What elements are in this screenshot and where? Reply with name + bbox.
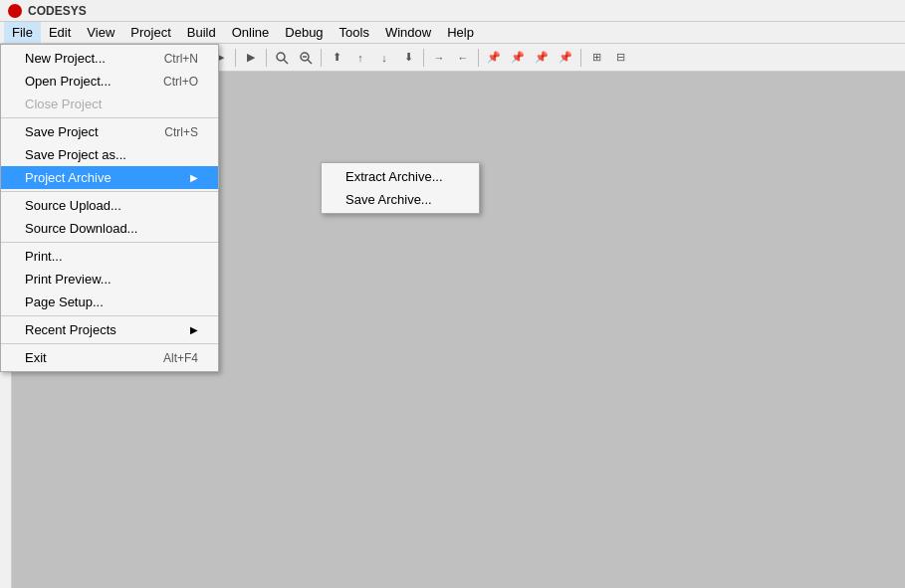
menu-tools[interactable]: Tools — [332, 22, 377, 43]
toolbar-btn15[interactable]: 📌 — [483, 47, 505, 69]
menu-item-extract-archive[interactable]: Extract Archive... — [322, 165, 479, 188]
menu-item-new-project[interactable]: New Project... Ctrl+N — [1, 47, 218, 70]
toolbar-btn7[interactable] — [271, 47, 293, 69]
toolbar-btn19[interactable]: ⊞ — [585, 47, 607, 69]
menu-build[interactable]: Build — [179, 22, 224, 43]
menu-item-source-download[interactable]: Source Download... — [1, 217, 218, 240]
toolbar-btn13[interactable]: → — [428, 47, 450, 69]
menu-item-print[interactable]: Print... — [1, 245, 218, 268]
separator-4 — [1, 315, 218, 316]
separator-2 — [1, 191, 218, 192]
menu-help[interactable]: Help — [439, 22, 482, 43]
menu-item-close-project[interactable]: Close Project — [1, 93, 218, 115]
menu-item-project-archive[interactable]: Project Archive ▶ — [1, 166, 218, 189]
app-title: CODESYS — [28, 4, 87, 18]
toolbar-btn12[interactable]: ⬇ — [397, 47, 419, 69]
menu-online[interactable]: Online — [224, 22, 278, 43]
toolbar-sep5 — [321, 49, 322, 67]
menu-project[interactable]: Project — [122, 22, 178, 43]
menu-item-page-setup[interactable]: Page Setup... — [1, 291, 218, 313]
separator-1 — [1, 117, 218, 118]
toolbar-btn11[interactable]: ↓ — [373, 47, 395, 69]
menu-bar: File Edit View Project Build Online Debu… — [0, 22, 905, 44]
toolbar-sep4 — [266, 49, 267, 67]
separator-5 — [1, 343, 218, 344]
menu-file[interactable]: File — [4, 22, 41, 43]
menu-window[interactable]: Window — [377, 22, 439, 43]
toolbar-btn9[interactable]: ⬆ — [326, 47, 347, 69]
file-menu-dropdown: New Project... Ctrl+N Open Project... Ct… — [0, 44, 219, 372]
menu-item-open-project[interactable]: Open Project... Ctrl+O — [1, 70, 218, 93]
menu-item-recent-projects[interactable]: Recent Projects ▶ — [1, 318, 218, 341]
menu-view[interactable]: View — [79, 22, 122, 43]
toolbar-sep3 — [235, 49, 236, 67]
svg-line-13 — [308, 60, 312, 64]
toolbar-sep6 — [423, 49, 424, 67]
archive-submenu-dropdown: Extract Archive... Save Archive... — [321, 162, 480, 214]
toolbar-btn8[interactable] — [295, 47, 317, 69]
menu-item-print-preview[interactable]: Print Preview... — [1, 268, 218, 291]
menu-item-exit[interactable]: Exit Alt+F4 — [1, 346, 218, 369]
menu-debug[interactable]: Debug — [277, 22, 331, 43]
menu-item-source-upload[interactable]: Source Upload... — [1, 194, 218, 217]
svg-point-10 — [277, 53, 285, 61]
separator-3 — [1, 242, 218, 243]
toolbar-sep7 — [478, 49, 479, 67]
toolbar-btn18[interactable]: 📌 — [555, 47, 576, 69]
toolbar-run[interactable]: ▶ — [240, 47, 262, 69]
menu-item-save-project[interactable]: Save Project Ctrl+S — [1, 120, 218, 143]
title-bar: CODESYS — [0, 0, 905, 22]
toolbar-sep8 — [580, 49, 581, 67]
svg-line-11 — [284, 60, 288, 64]
menu-item-save-archive[interactable]: Save Archive... — [322, 188, 479, 211]
menu-edit[interactable]: Edit — [41, 22, 79, 43]
toolbar-btn14[interactable]: ← — [452, 47, 474, 69]
toolbar-btn20[interactable]: ⊟ — [609, 47, 631, 69]
toolbar-btn16[interactable]: 📌 — [507, 47, 529, 69]
menu-item-save-project-as[interactable]: Save Project as... — [1, 143, 218, 166]
toolbar-btn17[interactable]: 📌 — [531, 47, 553, 69]
toolbar-btn10[interactable]: ↑ — [349, 47, 371, 69]
app-icon — [8, 4, 22, 18]
